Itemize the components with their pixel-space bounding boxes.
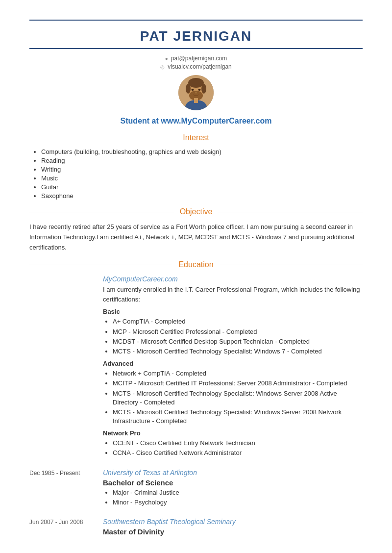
edu-institution: Southwestern Baptist Theological Seminar… — [103, 518, 363, 526]
interest-item: Reading — [41, 157, 363, 164]
candidate-subtitle: Student at www.MyComputerCareer.com — [29, 117, 363, 126]
edu-content: Southwestern Baptist Theological Seminar… — [103, 518, 363, 537]
interest-item: Writing — [41, 166, 363, 173]
email-icon: ● — [165, 56, 168, 61]
section-line-right — [215, 138, 363, 138]
education-section: MyComputerCareer.comI am currently enrol… — [29, 275, 363, 537]
edu-list-item: MCDST - Microsoft Certified Desktop Supp… — [113, 337, 363, 346]
edu-degree: Bachelor of Science — [103, 478, 363, 487]
section-line-right3 — [220, 265, 363, 265]
website-text: visualcv.com/patjernigan — [168, 63, 232, 70]
education-title: Education — [178, 260, 213, 269]
interest-item: Guitar — [41, 183, 363, 191]
objective-title: Objective — [180, 207, 213, 216]
education-entry: Jun 2007 - Jun 2008Southwestern Baptist … — [29, 518, 363, 537]
edu-list-item: MCP - Microsoft Certified Professional -… — [113, 327, 363, 336]
edu-items-list: A+ CompTIA - CompletedMCP - Microsoft Ce… — [103, 317, 363, 356]
interest-title: Interest — [183, 133, 209, 142]
avatar-section — [29, 75, 363, 112]
edu-description: I am currently enrolled in the I.T. Care… — [103, 285, 363, 304]
edu-content: University of Texas at ArlingtonBachelor… — [103, 469, 363, 509]
interest-section-header: Interest — [29, 133, 363, 142]
edu-list-item: Network + CompTIA - Completed — [113, 369, 363, 378]
edu-degree: Master of Divinity — [103, 528, 363, 536]
edu-items-list: CCENT - Cisco Certified Entry Network Te… — [103, 439, 363, 457]
candidate-name: PAT JERNIGAN — [29, 28, 363, 44]
edu-list-item: MCITP - Microsoft Certified IT Professio… — [113, 379, 363, 388]
website-icon: ◎ — [160, 64, 165, 70]
svg-point-3 — [186, 84, 191, 94]
email-contact: ● pat@patjernigan.com — [29, 55, 363, 62]
edu-date: Jun 2007 - Jun 2008 — [29, 518, 98, 537]
svg-rect-10 — [194, 98, 198, 103]
education-entry: MyComputerCareer.comI am currently enrol… — [29, 275, 363, 459]
edu-list-item: Major - Criminal Justice — [113, 488, 363, 497]
edu-items-list: Major - Criminal JusticeMinor - Psycholo… — [103, 488, 363, 507]
objective-text: I have recently retired after 25 years o… — [29, 222, 363, 252]
edu-list-item: Minor - Psychology — [113, 498, 363, 507]
edu-list-item: CCNA - Cisco Certified Network Administr… — [113, 449, 363, 457]
edu-sub-heading: Advanced — [103, 360, 363, 367]
avatar — [178, 75, 214, 110]
edu-list-item: A+ CompTIA - Completed — [113, 317, 363, 326]
edu-list-item: CCENT - Cisco Certified Entry Network Te… — [113, 439, 363, 448]
resume-header: PAT JERNIGAN — [29, 28, 363, 44]
svg-point-6 — [192, 89, 194, 91]
section-line-right2 — [218, 212, 363, 212]
edu-institution: MyComputerCareer.com — [103, 275, 363, 283]
edu-date: Dec 1985 - Present — [29, 469, 98, 509]
email-text: pat@patjernigan.com — [171, 55, 227, 62]
interest-item: Music — [41, 175, 363, 182]
svg-point-7 — [198, 89, 201, 91]
interest-list: Computers (building, troubleshooting, gr… — [29, 148, 363, 200]
website-contact: ◎ visualcv.com/patjernigan — [29, 63, 363, 70]
edu-list-item: MCTS - Microsoft Certified Technology Sp… — [113, 389, 363, 407]
edu-sub-heading: Basic — [103, 308, 363, 315]
education-entry: Dec 1985 - PresentUniversity of Texas at… — [29, 469, 363, 509]
edu-items-list: Network + CompTIA - CompletedMCITP - Mic… — [103, 369, 363, 426]
edu-date — [29, 275, 98, 459]
interest-item: Computers (building, troubleshooting, gr… — [41, 148, 363, 155]
edu-list-item: MCTS - Microsoft Certified Technology Sp… — [113, 347, 363, 356]
svg-point-8 — [195, 92, 197, 94]
svg-point-4 — [201, 84, 206, 94]
section-line-left2 — [29, 212, 174, 212]
section-line-left3 — [29, 265, 172, 265]
edu-list-item: MCTS - Microsoft Certified Technology Sp… — [113, 408, 363, 426]
section-line-left — [29, 138, 177, 138]
edu-institution: University of Texas at Arlington — [103, 469, 363, 477]
edu-content: MyComputerCareer.comI am currently enrol… — [103, 275, 363, 459]
contact-info: ● pat@patjernigan.com ◎ visualcv.com/pat… — [29, 55, 363, 70]
interest-item: Saxophone — [41, 192, 363, 200]
objective-section-header: Objective — [29, 207, 363, 216]
svg-point-2 — [188, 78, 204, 88]
education-section-header: Education — [29, 260, 363, 269]
edu-sub-heading: Network Pro — [103, 429, 363, 437]
